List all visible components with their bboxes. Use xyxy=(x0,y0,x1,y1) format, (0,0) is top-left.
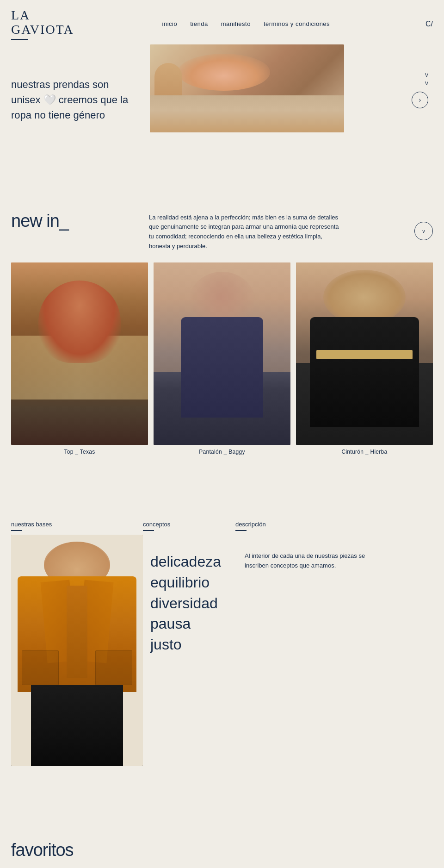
nav-tienda[interactable]: tienda xyxy=(190,20,208,27)
bases-col2-header: conceptos xyxy=(143,520,235,535)
cart-icon[interactable]: C/ xyxy=(426,20,433,28)
bases-content: delicadeza equilibrio diversidad pausa j… xyxy=(11,535,433,766)
hero-images: V V › xyxy=(150,44,433,156)
nav-terminos[interactable]: términos y condiciones xyxy=(264,20,330,27)
concept-pausa: pausa xyxy=(150,613,235,634)
bases-label-line2 xyxy=(143,530,154,531)
product-label-cinturon-hierba: Cinturón _ Hierba xyxy=(296,449,433,455)
bases-description-column: Al interior de cada una de nuestras piez… xyxy=(235,535,433,766)
product-image-top-texas xyxy=(11,262,148,445)
hero-main-image xyxy=(150,44,344,132)
spacer2 xyxy=(0,464,444,520)
concept-equilibrio: equilibrio xyxy=(150,572,235,593)
bases-label-line3 xyxy=(235,530,247,531)
product-grid: Top _ Texas Pantalón _ Baggy xyxy=(11,262,433,456)
bases-label-col1: nuestras bases xyxy=(11,521,52,528)
new-in-header: new in_ La realidad está ajena a la perf… xyxy=(11,211,433,251)
logo-line2: GAVIOTA xyxy=(11,22,74,37)
bases-label-col3: descripción xyxy=(235,521,266,528)
navbar: LA GAVIOTA inicio tienda manifiesto térm… xyxy=(0,0,444,44)
nav-inicio[interactable]: inicio xyxy=(162,20,178,27)
product-label-pantalon-baggy: Pantalón _ Baggy xyxy=(154,449,290,455)
bases-label-col2: conceptos xyxy=(143,521,170,528)
favoritos-title: favoritos xyxy=(11,840,433,860)
sidebar-labels: V V xyxy=(425,72,428,86)
hero-tagline: nuestras prendas son unisex 🤍 creemos qu… xyxy=(11,77,141,123)
bases-col3-header: descripción xyxy=(235,520,433,535)
logo-underline xyxy=(11,39,28,40)
logo[interactable]: LA GAVIOTA xyxy=(11,8,74,40)
spacer1 xyxy=(0,156,444,193)
scroll-right-button[interactable]: › xyxy=(412,92,428,108)
bases-col1-header: nuestras bases xyxy=(11,520,143,535)
concept-diversidad: diversidad xyxy=(150,593,235,614)
hero-section: nuestras prendas son unisex 🤍 creemos qu… xyxy=(0,44,444,156)
bases-image-column xyxy=(11,535,143,766)
product-image-cinturon-hierba xyxy=(296,262,433,445)
bases-header: nuestras bases conceptos descripción xyxy=(11,520,433,535)
bases-label-line1 xyxy=(11,530,22,531)
logo-line1: LA xyxy=(11,8,30,22)
product-label-top-texas: Top _ Texas xyxy=(11,449,148,455)
product-image-pantalon-baggy xyxy=(154,262,290,445)
hero-text-block: nuestras prendas son unisex 🤍 creemos qu… xyxy=(11,44,150,156)
new-in-description: La realidad está ajena a la perfección; … xyxy=(149,211,343,251)
bases-concepts-column: delicadeza equilibrio diversidad pausa j… xyxy=(143,535,235,766)
product-card-cinturon-hierba[interactable]: Cinturón _ Hierba xyxy=(296,262,433,456)
bases-description-text: Al interior de cada una de nuestras piez… xyxy=(245,551,374,571)
favoritos-section: favoritos xyxy=(0,822,444,868)
bases-section: nuestras bases conceptos descripción xyxy=(0,520,444,785)
spacer3 xyxy=(0,785,444,822)
new-in-title: new in_ xyxy=(11,211,68,231)
sidebar-v-label2: V xyxy=(425,81,428,86)
nav-manifiesto[interactable]: manifiesto xyxy=(221,20,251,27)
product-card-top-texas[interactable]: Top _ Texas xyxy=(11,262,148,456)
product-card-pantalon-baggy[interactable]: Pantalón _ Baggy xyxy=(154,262,290,456)
bases-model-image xyxy=(11,535,143,766)
ver-button[interactable]: v xyxy=(414,222,433,240)
sidebar-v-label1: V xyxy=(425,72,428,78)
new-in-section: new in_ La realidad está ajena a la perf… xyxy=(0,193,444,465)
concept-delicadeza: delicadeza xyxy=(150,551,235,572)
concept-justo: justo xyxy=(150,634,235,655)
nav-links: inicio tienda manifiesto términos y cond… xyxy=(162,20,330,27)
